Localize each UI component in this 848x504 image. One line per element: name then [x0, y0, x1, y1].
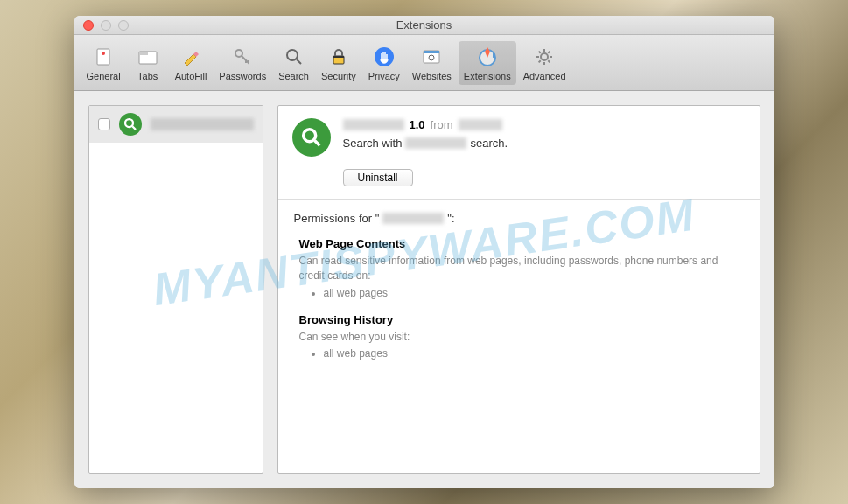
svg-rect-10 [424, 51, 439, 53]
desc-suffix: search. [470, 136, 508, 150]
tab-tabs[interactable]: Tabs [128, 41, 168, 85]
preferences-toolbar: General Tabs AutoFill Passwords Search [74, 35, 774, 91]
permission-browsing-history: Browsing History Can see when you visit:… [294, 313, 744, 360]
svg-point-4 [235, 50, 242, 57]
toolbar-label: Security [321, 71, 356, 81]
permission-description: Can read sensitive information from web … [299, 254, 744, 284]
permission-web-page-contents: Web Page Contents Can read sensitive inf… [294, 237, 744, 299]
tab-security[interactable]: Security [316, 41, 361, 85]
permission-description: Can see when you visit: [299, 330, 744, 345]
toolbar-label: Passwords [219, 71, 266, 81]
uninstall-button[interactable]: Uninstall [343, 169, 413, 186]
content-area: 1.0 from Search with search. Uninstall [74, 91, 774, 488]
svg-point-13 [541, 53, 548, 60]
search-icon [282, 45, 306, 69]
gear-icon [532, 45, 557, 69]
extension-name-redacted [151, 118, 254, 130]
tab-websites[interactable]: Websites [407, 41, 457, 85]
extension-version: 1.0 [410, 118, 425, 131]
detail-description: Search with search. [343, 136, 746, 150]
perms-name-redacted [382, 213, 444, 224]
preferences-window: Extensions General Tabs AutoFill Passwor… [74, 16, 774, 488]
svg-point-15 [303, 130, 315, 142]
toolbar-label: Privacy [368, 71, 400, 81]
extension-list-item[interactable] [89, 106, 263, 143]
toolbar-label: Tabs [137, 71, 158, 81]
from-label: from [431, 118, 453, 131]
extension-enable-checkbox[interactable] [98, 118, 110, 130]
tabs-icon [136, 45, 160, 69]
toolbar-label: Extensions [464, 71, 511, 81]
detail-header: 1.0 from Search with search. [278, 106, 760, 169]
extension-author-redacted [459, 119, 502, 130]
extension-detail-icon [292, 118, 331, 157]
window-title: Extensions [74, 18, 774, 32]
detail-title-line: 1.0 from [343, 118, 746, 131]
detail-info: 1.0 from Search with search. [343, 118, 746, 150]
permission-list: all web pages [299, 287, 744, 299]
extension-name-redacted [343, 119, 404, 130]
key-icon [230, 45, 255, 69]
svg-point-14 [125, 119, 133, 127]
perms-title-suffix: ": [447, 212, 454, 225]
tab-advanced[interactable]: Advanced [518, 41, 571, 85]
permission-item: all web pages [324, 287, 744, 299]
tab-autofill[interactable]: AutoFill [170, 41, 213, 85]
desc-prefix: Search with [343, 136, 403, 150]
permission-heading: Browsing History [299, 313, 744, 326]
tab-passwords[interactable]: Passwords [214, 41, 271, 85]
toolbar-label: General [87, 71, 121, 81]
perms-title-prefix: Permissions for " [294, 212, 380, 225]
tab-extensions[interactable]: Extensions [459, 41, 516, 85]
hand-icon [372, 45, 396, 69]
websites-icon [419, 45, 444, 69]
uninstall-row: Uninstall [278, 169, 760, 199]
extensions-sidebar [88, 105, 263, 474]
permission-item: all web pages [324, 347, 744, 360]
toolbar-label: Search [278, 71, 309, 81]
svg-point-5 [287, 50, 298, 60]
toolbar-label: AutoFill [175, 71, 207, 81]
svg-rect-3 [139, 52, 148, 55]
extension-detail-panel: 1.0 from Search with search. Uninstall [277, 105, 760, 474]
general-icon [91, 45, 116, 69]
permission-list: all web pages [299, 347, 744, 360]
tab-search[interactable]: Search [273, 41, 314, 85]
titlebar: Extensions [74, 16, 774, 35]
svg-rect-0 [97, 49, 109, 65]
lock-icon [326, 45, 351, 69]
extension-icon [119, 113, 142, 136]
extensions-icon [475, 45, 500, 69]
permissions-section: Permissions for " ": Web Page Contents C… [278, 200, 760, 386]
toolbar-label: Websites [412, 71, 452, 81]
tab-privacy[interactable]: Privacy [363, 41, 405, 85]
desc-name-redacted [405, 137, 466, 149]
svg-rect-7 [333, 56, 344, 58]
svg-point-1 [102, 52, 105, 55]
toolbar-label: Advanced [523, 71, 566, 81]
tab-general[interactable]: General [81, 41, 126, 85]
autofill-icon [179, 45, 203, 69]
permissions-title: Permissions for " ": [294, 212, 744, 225]
permission-heading: Web Page Contents [299, 237, 744, 250]
